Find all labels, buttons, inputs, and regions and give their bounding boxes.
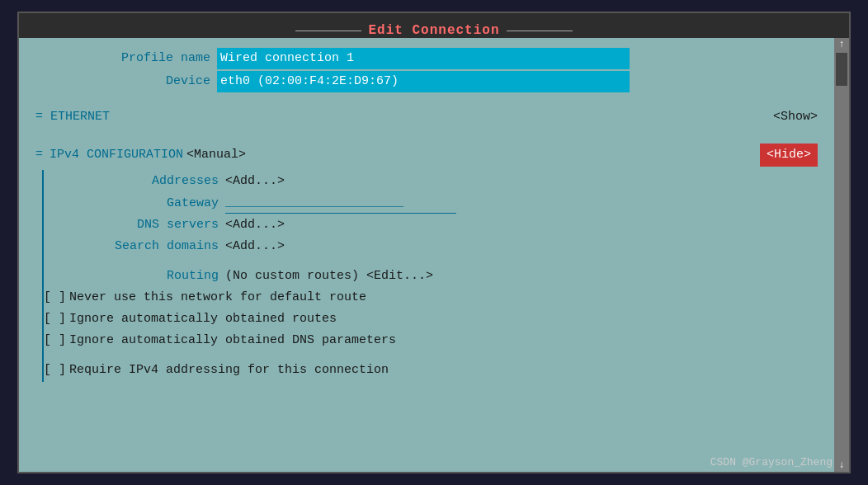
- ipv4-rows: Addresses <Add...> Gateway _____________…: [42, 170, 818, 382]
- gateway-value[interactable]: ________________________: [225, 193, 456, 214]
- search-domains-row: Search domains <Add...>: [44, 237, 818, 257]
- ipv4-pipe-icon: =: [35, 145, 43, 165]
- scroll-thumb[interactable]: [836, 53, 847, 86]
- gateway-row: Gateway ________________________: [44, 193, 818, 214]
- title-line-right: [507, 31, 573, 31]
- checkbox-2-label: Ignore automatically obtained routes: [69, 309, 337, 329]
- checkbox-row-4[interactable]: [ ] Require IPv4 addressing for this con…: [44, 360, 818, 380]
- dns-row: DNS servers <Add...>: [44, 215, 818, 235]
- search-domains-value[interactable]: <Add...>: [225, 237, 285, 257]
- watermark: CSDN @Grayson_Zheng: [710, 456, 833, 469]
- dns-label: DNS servers: [44, 215, 225, 235]
- scroll-down-arrow[interactable]: ↓: [837, 459, 846, 472]
- routing-value[interactable]: (No custom routes) <Edit...>: [225, 266, 433, 286]
- scrollbar[interactable]: ↑ ↓: [834, 38, 849, 472]
- main-window: Edit Connection Profile name Wired conne…: [17, 12, 851, 473]
- ipv4-mode[interactable]: <Manual>: [186, 145, 246, 165]
- device-row: Device eth0 (02:00:F4:2E:D9:67): [35, 71, 818, 92]
- addresses-value[interactable]: <Add...>: [225, 172, 285, 191]
- checkbox-row-3[interactable]: [ ] Ignore automatically obtained DNS pa…: [44, 331, 818, 351]
- routing-row: Routing (No custom routes) <Edit...>: [44, 266, 818, 286]
- search-domains-label: Search domains: [44, 237, 225, 257]
- content-area: Profile name Wired connection 1 Device e…: [19, 46, 849, 464]
- checkbox-2[interactable]: [ ]: [44, 309, 66, 329]
- checkbox-3[interactable]: [ ]: [44, 331, 66, 351]
- profile-name-row: Profile name Wired connection 1: [35, 48, 818, 69]
- checkbox-row-1[interactable]: [ ] Never use this network for default r…: [44, 288, 818, 308]
- gateway-label: Gateway: [44, 194, 225, 214]
- scroll-up-arrow[interactable]: ↑: [837, 38, 846, 51]
- title-bar: Edit Connection: [19, 23, 849, 38]
- checkbox-row-2[interactable]: [ ] Ignore automatically obtained routes: [44, 309, 818, 329]
- checkbox-1-label: Never use this network for default route: [69, 288, 366, 308]
- device-label: Device: [35, 72, 217, 92]
- checkbox-4-label: Require IPv4 addressing for this connect…: [69, 360, 389, 380]
- profile-name-label: Profile name: [35, 49, 217, 68]
- window-title: Edit Connection: [368, 23, 499, 38]
- checkbox-1[interactable]: [ ]: [44, 288, 66, 308]
- ipv4-section: = IPv4 CONFIGURATION <Manual> <Hide> Add…: [35, 140, 818, 382]
- ethernet-label: = ETHERNET: [35, 107, 110, 127]
- routing-label: Routing: [44, 266, 225, 286]
- device-value[interactable]: eth0 (02:00:F4:2E:D9:67): [217, 71, 630, 92]
- ethernet-section-header: = ETHERNET <Show>: [35, 107, 818, 127]
- ipv4-header: = IPv4 CONFIGURATION <Manual> <Hide>: [35, 144, 818, 167]
- main-content: Profile name Wired connection 1 Device e…: [19, 38, 849, 472]
- addresses-row: Addresses <Add...>: [44, 172, 818, 191]
- checkbox-4[interactable]: [ ]: [44, 360, 66, 380]
- ipv4-label: IPv4 CONFIGURATION: [50, 145, 183, 165]
- ethernet-show-button[interactable]: <Show>: [773, 107, 818, 127]
- dns-value[interactable]: <Add...>: [225, 215, 285, 235]
- profile-name-value[interactable]: Wired connection 1: [217, 48, 630, 69]
- checkbox-3-label: Ignore automatically obtained DNS parame…: [69, 331, 396, 351]
- addresses-label: Addresses: [44, 172, 225, 191]
- title-line-left: [295, 31, 361, 31]
- ipv4-hide-button[interactable]: <Hide>: [760, 144, 818, 167]
